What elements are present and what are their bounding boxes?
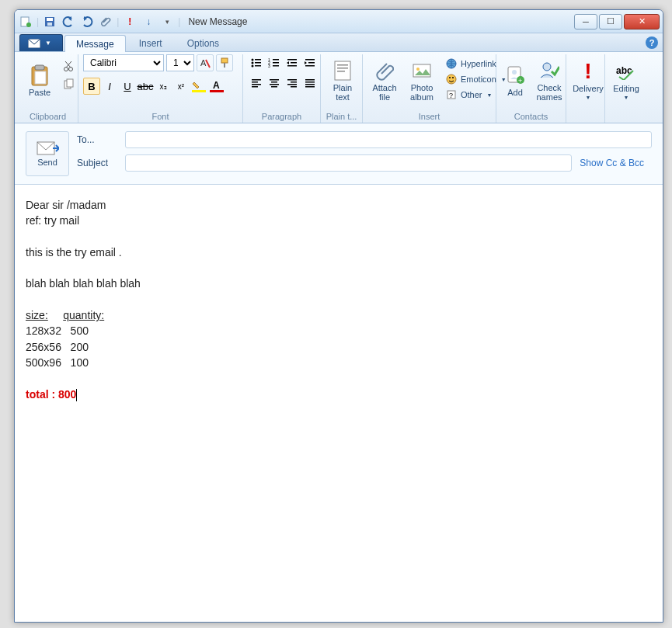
qat-save-icon[interactable] (42, 14, 57, 29)
message-body[interactable]: Dear sir /madam ref: try mail this is th… (15, 185, 663, 622)
send-button[interactable]: Send (26, 131, 69, 176)
numbering-button[interactable]: 123 (266, 54, 283, 71)
qat-customize-icon[interactable]: ▾ (159, 14, 175, 29)
svg-text:?: ? (449, 92, 453, 99)
highlight-button[interactable] (190, 78, 207, 95)
send-icon (36, 141, 59, 158)
help-icon[interactable]: ? (646, 36, 658, 49)
qat-attach-icon[interactable] (98, 14, 113, 29)
close-button[interactable]: ✕ (624, 14, 660, 29)
svg-rect-15 (224, 63, 225, 68)
font-color-button[interactable]: A (208, 78, 225, 95)
svg-rect-35 (308, 62, 315, 64)
qat-priority-high-icon[interactable]: ! (122, 14, 138, 29)
svg-rect-30 (273, 65, 279, 67)
chevron-down-icon: ▼ (487, 92, 493, 98)
svg-rect-32 (291, 62, 297, 64)
font-name-select[interactable]: Calibri (83, 54, 164, 71)
other-icon: ? (445, 88, 458, 101)
group-contacts-label: Contacts (501, 110, 561, 123)
add-contact-button[interactable]: + Add (501, 54, 529, 106)
group-insert-label: Insert (367, 110, 491, 123)
svg-rect-45 (287, 79, 297, 81)
qat-redo-icon[interactable] (79, 14, 95, 29)
svg-rect-51 (305, 84, 315, 85)
svg-rect-22 (255, 62, 261, 64)
tab-insert[interactable]: Insert (127, 34, 174, 51)
font-size-select[interactable]: 12 (166, 54, 194, 71)
svg-point-23 (252, 65, 254, 68)
svg-rect-50 (305, 82, 315, 83)
editing-button[interactable]: abc Editing ▼ (610, 54, 642, 106)
tab-message[interactable]: Message (64, 35, 126, 52)
body-line1: this is the try email . (26, 245, 652, 260)
justify-button[interactable] (301, 75, 319, 92)
subject-field[interactable] (125, 154, 572, 172)
tabstrip: ▼ Message Insert Options ? (15, 33, 663, 52)
plaintext-icon (333, 58, 352, 83)
svg-point-58 (416, 68, 420, 71)
svg-point-19 (252, 59, 254, 61)
clear-format-icon[interactable]: A (197, 54, 214, 71)
to-label[interactable]: To... (77, 134, 117, 145)
qat-priority-low-icon[interactable]: ↓ (141, 14, 156, 29)
svg-rect-44 (271, 86, 277, 88)
svg-rect-43 (270, 84, 279, 85)
superscript-button[interactable]: x² (172, 78, 190, 95)
titlebar: | | ! ↓ ▾ | New Message ─ ☐ ✕ (15, 10, 663, 33)
svg-rect-46 (291, 82, 297, 83)
qat-undo-icon[interactable] (61, 14, 76, 29)
body-table-row: 256x56 200 (26, 339, 652, 355)
compose-header: Send To... Subject Show Cc & Bcc (15, 123, 663, 185)
svg-rect-42 (271, 82, 277, 83)
svg-rect-34 (305, 59, 315, 61)
attach-file-button[interactable]: Attach file (367, 54, 402, 106)
align-center-button[interactable] (266, 75, 283, 92)
bullets-button[interactable] (248, 54, 265, 71)
svg-point-10 (69, 68, 73, 71)
paperclip-icon (375, 58, 394, 83)
underline-button[interactable]: U (119, 78, 136, 95)
chevron-down-icon: ▼ (586, 95, 591, 101)
svg-rect-7 (35, 65, 44, 70)
add-contact-icon: + (506, 63, 524, 88)
tab-options[interactable]: Options (176, 34, 231, 51)
body-table-header: size: quantity: (26, 307, 652, 323)
copy-icon[interactable] (60, 76, 77, 93)
window-title: New Message (188, 16, 573, 27)
body-line2: blah blah blah blah blah (26, 276, 652, 291)
svg-rect-49 (305, 79, 315, 81)
bold-button[interactable]: B (83, 78, 100, 95)
subject-label: Subject (77, 158, 117, 168)
align-left-button[interactable] (248, 75, 265, 92)
plain-text-button[interactable]: Plain text (326, 54, 360, 106)
paste-button[interactable]: Paste (23, 54, 57, 106)
body-total: total : 800 (26, 387, 652, 402)
body-table-row: 500x96 100 (26, 355, 652, 370)
subscript-button[interactable]: x₂ (155, 78, 172, 95)
check-names-icon (539, 58, 559, 83)
group-paragraph-label: Paragraph (248, 110, 315, 123)
show-cc-bcc-link[interactable]: Show Cc & Bcc (580, 158, 644, 168)
svg-rect-24 (255, 65, 261, 67)
qat-new-icon[interactable] (18, 14, 33, 29)
delivery-button[interactable]: ! Delivery ▼ (571, 54, 605, 106)
strikethrough-button[interactable]: abc (137, 78, 154, 95)
align-right-button[interactable] (284, 75, 301, 92)
svg-rect-12 (67, 79, 73, 87)
check-names-button[interactable]: Check names (532, 54, 566, 106)
cut-icon[interactable] (60, 57, 77, 75)
maximize-button[interactable]: ☐ (599, 14, 622, 29)
format-painter-icon[interactable] (216, 54, 233, 71)
outdent-button[interactable] (284, 54, 301, 71)
svg-rect-41 (270, 79, 279, 81)
to-field[interactable] (125, 131, 652, 148)
photo-album-button[interactable]: Photo album (405, 54, 439, 106)
file-tab[interactable]: ▼ (19, 34, 63, 51)
chevron-down-icon: ▼ (624, 95, 629, 101)
indent-button[interactable] (301, 54, 319, 71)
mail-icon (28, 39, 40, 48)
svg-rect-20 (255, 59, 261, 61)
italic-button[interactable]: I (101, 78, 118, 95)
minimize-button[interactable]: ─ (574, 14, 597, 29)
